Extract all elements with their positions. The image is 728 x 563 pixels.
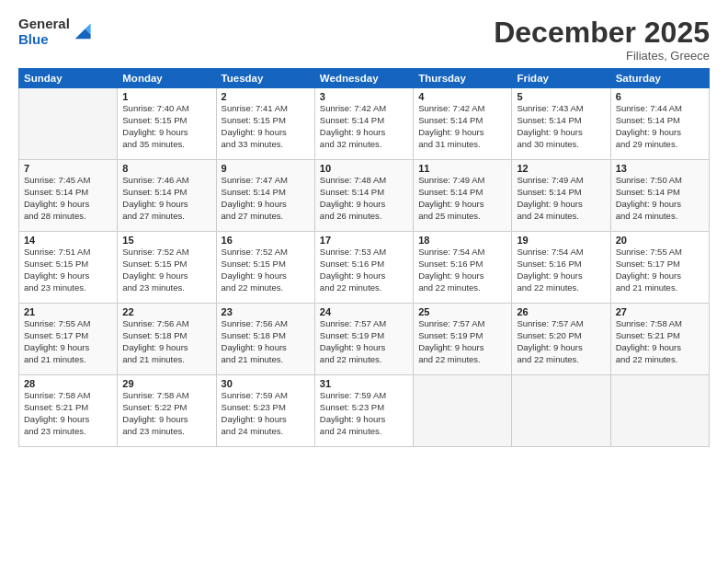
weekday-header-row: Sunday Monday Tuesday Wednesday Thursday… (19, 69, 710, 88)
day-info-line: Daylight: 9 hours (222, 270, 310, 282)
day-info-line: Sunrise: 7:59 AM (320, 390, 408, 402)
calendar-cell (610, 375, 709, 447)
day-number: 5 (517, 91, 605, 102)
day-info-line: Sunrise: 7:49 AM (517, 175, 605, 187)
header-monday: Monday (118, 69, 216, 88)
logo-general: General (18, 17, 70, 32)
header-sunday: Sunday (19, 69, 118, 88)
day-info-line: Daylight: 9 hours (418, 199, 506, 211)
calendar-cell: 6Sunrise: 7:44 AMSunset: 5:14 PMDaylight… (610, 88, 709, 160)
day-info-line: Sunrise: 7:54 AM (517, 247, 605, 259)
day-info-line: Sunset: 5:16 PM (418, 259, 506, 270)
calendar-week-2: 7Sunrise: 7:45 AMSunset: 5:14 PMDaylight… (19, 160, 710, 232)
day-info-line: and 23 minutes. (122, 426, 210, 438)
day-info-line: Daylight: 9 hours (616, 199, 704, 211)
day-info-line: Sunset: 5:14 PM (122, 187, 210, 199)
day-info-line: and 25 minutes. (418, 211, 506, 223)
day-info-line: Sunset: 5:19 PM (320, 330, 408, 342)
day-number: 11 (418, 163, 506, 174)
day-info-line: and 29 minutes. (616, 139, 704, 151)
day-info-line: Sunrise: 7:47 AM (222, 175, 310, 187)
day-info-line: Daylight: 9 hours (418, 342, 506, 354)
day-number: 19 (517, 235, 605, 246)
day-detail: Sunrise: 7:57 AMSunset: 5:19 PMDaylight:… (320, 318, 408, 365)
calendar-cell: 7Sunrise: 7:45 AMSunset: 5:14 PMDaylight… (19, 160, 118, 232)
day-info-line: and 22 minutes. (418, 354, 506, 366)
day-number: 13 (616, 163, 704, 174)
calendar-cell: 18Sunrise: 7:54 AMSunset: 5:16 PMDayligh… (414, 232, 512, 304)
day-info-line: Sunrise: 7:42 AM (418, 103, 506, 115)
day-info-line: and 24 minutes. (222, 426, 310, 438)
day-detail: Sunrise: 7:58 AMSunset: 5:21 PMDaylight:… (24, 390, 112, 437)
day-info-line: Sunrise: 7:45 AM (24, 175, 112, 187)
day-info-line: Daylight: 9 hours (222, 414, 310, 426)
day-number: 23 (222, 306, 310, 317)
day-number: 9 (222, 163, 310, 174)
calendar-cell: 26Sunrise: 7:57 AMSunset: 5:20 PMDayligh… (512, 304, 610, 375)
day-info-line: Daylight: 9 hours (122, 414, 210, 426)
day-info-line: Sunset: 5:22 PM (122, 402, 210, 414)
day-detail: Sunrise: 7:58 AMSunset: 5:21 PMDaylight:… (616, 318, 704, 365)
day-info-line: Sunrise: 7:58 AM (24, 390, 112, 402)
calendar-cell: 1Sunrise: 7:40 AMSunset: 5:15 PMDaylight… (118, 88, 216, 160)
day-info-line: Sunset: 5:14 PM (418, 115, 506, 127)
calendar-cell: 30Sunrise: 7:59 AMSunset: 5:23 PMDayligh… (216, 375, 314, 447)
day-info-line: and 24 minutes. (517, 211, 605, 223)
day-info-line: Sunset: 5:23 PM (320, 402, 408, 414)
day-info-line: and 35 minutes. (122, 139, 210, 151)
day-detail: Sunrise: 7:53 AMSunset: 5:16 PMDaylight:… (320, 247, 408, 293)
day-info-line: and 22 minutes. (616, 354, 704, 366)
header-tuesday: Tuesday (216, 69, 314, 88)
calendar-cell: 4Sunrise: 7:42 AMSunset: 5:14 PMDaylight… (414, 88, 512, 160)
day-info-line: Daylight: 9 hours (320, 199, 408, 211)
day-info-line: Sunset: 5:14 PM (24, 187, 112, 199)
day-info-line: Sunrise: 7:57 AM (320, 318, 408, 330)
calendar-cell: 28Sunrise: 7:58 AMSunset: 5:21 PMDayligh… (19, 375, 118, 447)
location: Filiates, Greece (494, 49, 710, 63)
day-info-line: Sunrise: 7:42 AM (320, 103, 408, 115)
day-detail: Sunrise: 7:55 AMSunset: 5:17 PMDaylight:… (24, 318, 112, 365)
day-info-line: Daylight: 9 hours (222, 199, 310, 211)
day-number: 8 (122, 163, 210, 174)
day-info-line: Sunrise: 7:46 AM (122, 175, 210, 187)
header-wednesday: Wednesday (314, 69, 413, 88)
day-info-line: and 33 minutes. (222, 139, 310, 151)
day-number: 29 (122, 378, 210, 389)
day-info-line: Sunrise: 7:40 AM (122, 103, 210, 115)
day-info-line: Sunset: 5:19 PM (418, 330, 506, 342)
day-info-line: Sunset: 5:14 PM (616, 187, 704, 199)
day-info-line: and 24 minutes. (320, 426, 408, 438)
day-detail: Sunrise: 7:48 AMSunset: 5:14 PMDaylight:… (320, 175, 408, 222)
calendar-cell: 17Sunrise: 7:53 AMSunset: 5:16 PMDayligh… (314, 232, 413, 304)
day-info-line: Daylight: 9 hours (122, 270, 210, 282)
day-info-line: Sunrise: 7:53 AM (320, 247, 408, 259)
day-number: 21 (24, 306, 112, 317)
day-detail: Sunrise: 7:44 AMSunset: 5:14 PMDaylight:… (616, 103, 704, 150)
day-detail: Sunrise: 7:58 AMSunset: 5:22 PMDaylight:… (122, 390, 210, 437)
day-detail: Sunrise: 7:57 AMSunset: 5:20 PMDaylight:… (517, 318, 605, 365)
day-info-line: Daylight: 9 hours (418, 127, 506, 139)
day-number: 2 (222, 91, 310, 102)
day-info-line: Daylight: 9 hours (222, 342, 310, 354)
day-info-line: Daylight: 9 hours (616, 342, 704, 354)
day-info-line: and 21 minutes. (222, 354, 310, 366)
calendar-week-5: 28Sunrise: 7:58 AMSunset: 5:21 PMDayligh… (19, 375, 710, 447)
day-info-line: Daylight: 9 hours (616, 127, 704, 139)
logo: General Blue (18, 17, 92, 47)
day-number: 20 (616, 235, 704, 246)
day-info-line: Sunrise: 7:49 AM (418, 175, 506, 187)
day-detail: Sunrise: 7:42 AMSunset: 5:14 PMDaylight:… (418, 103, 506, 150)
day-info-line: and 23 minutes. (24, 282, 112, 294)
day-number: 1 (122, 91, 210, 102)
day-info-line: Daylight: 9 hours (517, 199, 605, 211)
day-info-line: Sunset: 5:18 PM (122, 330, 210, 342)
day-info-line: Sunset: 5:18 PM (222, 330, 310, 342)
day-number: 3 (320, 91, 408, 102)
calendar-cell: 22Sunrise: 7:56 AMSunset: 5:18 PMDayligh… (118, 304, 216, 375)
day-detail: Sunrise: 7:56 AMSunset: 5:18 PMDaylight:… (222, 318, 310, 365)
day-info-line: and 26 minutes. (320, 211, 408, 223)
day-detail: Sunrise: 7:43 AMSunset: 5:14 PMDaylight:… (517, 103, 605, 150)
calendar-cell: 21Sunrise: 7:55 AMSunset: 5:17 PMDayligh… (19, 304, 118, 375)
calendar-cell: 13Sunrise: 7:50 AMSunset: 5:14 PMDayligh… (610, 160, 709, 232)
day-info-line: Sunrise: 7:57 AM (418, 318, 506, 330)
